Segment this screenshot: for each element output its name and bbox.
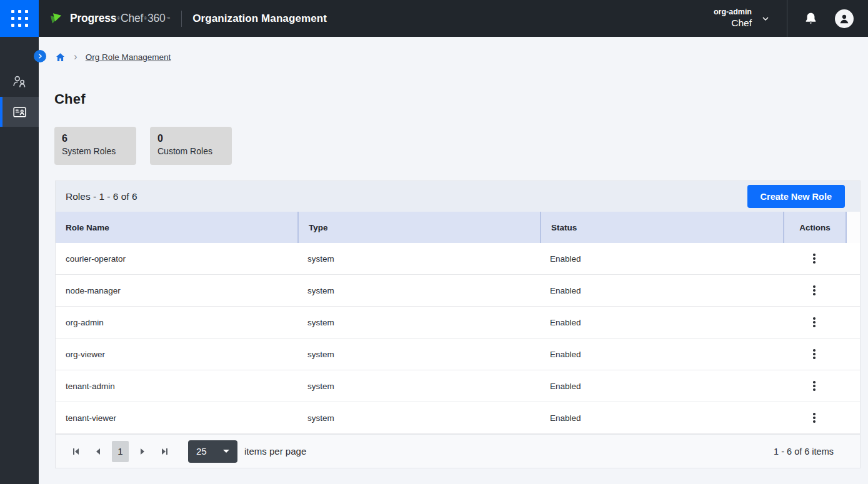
role-status-cell: Enabled [540, 307, 783, 338]
sidebar-item-org-roles[interactable] [0, 97, 39, 127]
role-status-cell: Enabled [540, 370, 783, 402]
column-header-status: Status [540, 212, 783, 243]
pagination-bar: 1 25 items per page 1 - 6 of 6 items [56, 434, 860, 468]
role-status-cell: Enabled [540, 402, 783, 433]
column-header-actions: Actions [783, 212, 846, 243]
custom-roles-count: 0 [157, 132, 224, 146]
table-row: tenant-admin system Enabled [56, 370, 860, 402]
role-status-cell: Enabled [540, 243, 783, 274]
role-name-cell: org-viewer [56, 338, 297, 370]
column-header-role-name: Role Name [56, 212, 297, 243]
breadcrumb: › Org Role Management [55, 51, 171, 63]
role-name-cell: node-manager [56, 275, 297, 306]
breadcrumb-current-link[interactable]: Org Role Management [86, 52, 171, 62]
brand-word-chef: Chef [121, 12, 143, 25]
role-type-cell: system [297, 275, 540, 306]
user-org-switcher[interactable]: org-admin Chef [714, 7, 752, 31]
app-title: Organization Management [192, 12, 327, 25]
brand-mark-1: ® [117, 16, 120, 21]
home-icon [55, 52, 66, 62]
role-type-cell: system [297, 243, 540, 274]
table-row: tenant-viewer system Enabled [56, 402, 860, 434]
role-name-cell: courier-operator [56, 243, 297, 274]
role-type-cell: system [297, 307, 540, 338]
brand-logo: Progress®Chef®360™ [49, 10, 171, 27]
last-page-icon [161, 447, 169, 456]
role-badge-icon [12, 104, 27, 120]
previous-page-icon [94, 447, 102, 456]
account-menu-button[interactable] [835, 9, 854, 28]
row-actions-menu-button[interactable] [805, 345, 824, 363]
row-actions-menu-button[interactable] [805, 313, 824, 332]
header-vertical-divider [787, 0, 787, 37]
system-roles-count: 6 [62, 132, 129, 146]
stat-cards: 6 System Roles 0 Custom Roles [54, 127, 232, 165]
pagination-range-label: 1 - 6 of 6 items [774, 447, 834, 457]
chevron-right-icon [36, 52, 44, 60]
page-title: Chef [54, 91, 86, 107]
brand-mark-2: ® [144, 16, 147, 21]
role-type-cell: system [297, 338, 540, 370]
breadcrumb-separator: › [74, 51, 77, 63]
table-row: courier-operator system Enabled [56, 243, 860, 275]
brand-word-progress: Progress [70, 12, 116, 25]
table-scroll-gutter [846, 212, 860, 243]
role-type-cell: system [297, 370, 540, 402]
row-actions-menu-button[interactable] [805, 377, 824, 395]
role-name-cell: org-admin [56, 307, 297, 338]
header-divider [181, 11, 182, 27]
sidebar-item-users[interactable] [0, 67, 39, 97]
role-status-cell: Enabled [540, 338, 783, 370]
progress-logo-icon [49, 10, 66, 27]
items-per-page-label: items per page [244, 446, 306, 457]
table-row: org-admin system Enabled [56, 307, 860, 338]
roles-table-title: Roles - 1 - 6 of 6 [66, 191, 137, 202]
breadcrumb-home-link[interactable] [55, 52, 66, 62]
chevron-down-icon[interactable] [761, 14, 771, 24]
row-actions-menu-button[interactable] [805, 281, 824, 300]
avatar-icon [837, 12, 851, 26]
roles-table-card: Roles - 1 - 6 of 6 Create New Role Role … [55, 180, 861, 468]
users-icon [11, 74, 27, 90]
page-size-value: 25 [196, 446, 207, 457]
sidebar-nav [0, 37, 39, 484]
first-page-icon [71, 447, 80, 456]
row-actions-menu-button[interactable] [805, 408, 824, 427]
bell-icon [804, 11, 818, 26]
user-org-label: Chef [714, 17, 752, 30]
last-page-button[interactable] [154, 441, 176, 462]
next-page-button[interactable] [132, 441, 153, 462]
stat-card-custom-roles: 0 Custom Roles [150, 127, 232, 165]
role-name-cell: tenant-viewer [56, 402, 297, 433]
app-grid-icon [11, 10, 28, 27]
stat-card-system-roles: 6 System Roles [54, 127, 136, 165]
system-roles-label: System Roles [62, 146, 129, 158]
brand-word-360: 360 [147, 12, 166, 25]
table-header-row: Role Name Type Status Actions [56, 212, 860, 243]
table-row: org-viewer system Enabled [56, 338, 860, 370]
sidebar-expand-button[interactable] [34, 50, 46, 62]
notifications-button[interactable] [804, 11, 818, 26]
role-status-cell: Enabled [540, 275, 783, 306]
caret-down-icon [223, 450, 229, 453]
user-role-label: org-admin [714, 7, 752, 17]
brand-mark-3: ™ [166, 16, 171, 21]
custom-roles-label: Custom Roles [157, 146, 224, 158]
page-size-dropdown[interactable]: 25 [188, 440, 237, 463]
first-page-button[interactable] [65, 441, 86, 462]
column-header-type: Type [297, 212, 540, 243]
role-name-cell: tenant-admin [56, 370, 297, 402]
current-page-button[interactable]: 1 [112, 441, 129, 462]
previous-page-button[interactable] [87, 441, 109, 462]
top-header: Progress®Chef®360™ Organization Manageme… [0, 0, 868, 37]
next-page-icon [138, 447, 147, 456]
table-row: node-manager system Enabled [56, 275, 860, 307]
roles-table-toolbar: Roles - 1 - 6 of 6 Create New Role [56, 181, 860, 212]
role-type-cell: system [297, 402, 540, 433]
row-actions-menu-button[interactable] [805, 249, 824, 268]
app-launcher-button[interactable] [0, 0, 39, 37]
create-new-role-button[interactable]: Create New Role [747, 185, 845, 208]
